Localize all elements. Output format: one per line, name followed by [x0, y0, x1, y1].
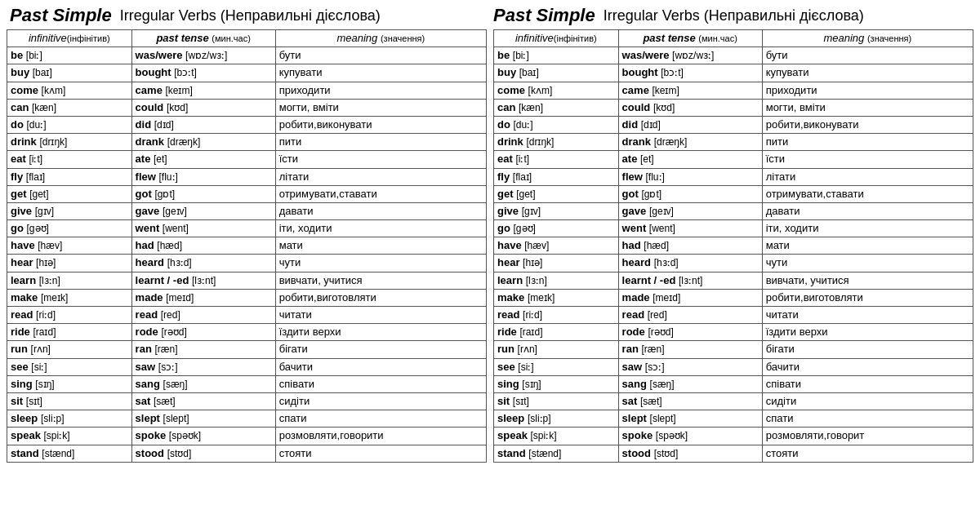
past-tense-cell: rode [rəʊd] — [618, 324, 762, 341]
past-tense-cell: heard [hɜːd] — [618, 255, 762, 272]
past-tense-cell: stood [stʊd] — [618, 445, 762, 462]
table-row: stand [stænd] stood [stʊd] стояти — [7, 445, 487, 462]
table-row: learn [lɜːn] learnt / -ed [lɜːnt] вивчат… — [494, 272, 973, 289]
infinitive-cell: run [rʌn] — [494, 341, 619, 358]
infinitive-cell: speak [spiːk] — [7, 428, 132, 445]
meaning-cell: бути — [762, 47, 973, 64]
infinitive-cell: get [get] — [7, 185, 132, 202]
past-tense-cell: made [meɪd] — [618, 289, 762, 306]
infinitive-cell: ride [raɪd] — [7, 324, 132, 341]
left-title-irregular-verbs: Irregular Verbs (Неправильні дієслова) — [120, 7, 381, 24]
meaning-cell: бігати — [762, 341, 973, 358]
meaning-cell: пити — [275, 134, 486, 151]
past-tense-cell: drank [dræŋk] — [618, 134, 762, 151]
table-row: drink [drɪŋk] drank [dræŋk] пити — [7, 134, 487, 151]
infinitive-cell: drink [drɪŋk] — [494, 134, 619, 151]
meaning-cell: купувати — [762, 64, 973, 82]
table-row: come [kʌm] came [keɪm] приходити — [7, 82, 487, 99]
meaning-cell: стояти — [275, 445, 486, 462]
right-table: infinitive(інфінітив) past tense (мин.ча… — [493, 29, 973, 463]
infinitive-cell: speak [spiːk] — [494, 428, 619, 445]
past-tense-cell: had [hæd] — [618, 237, 762, 255]
table-row: sing [sɪŋ] sang [sæŋ] співати — [7, 375, 487, 392]
past-tense-cell: did [dɪd] — [618, 116, 762, 133]
table-row: go [gəʊ] went [went] іти, ходити — [7, 220, 487, 237]
infinitive-cell: have [hæv] — [494, 237, 619, 255]
table-row: run [rʌn] ran [ræn] бігати — [494, 341, 973, 358]
past-tense-cell: ran [ræn] — [131, 341, 275, 358]
table-row: drink [drɪŋk] drank [dræŋk] пити — [494, 134, 973, 151]
infinitive-cell: eat [iːt] — [494, 151, 619, 168]
infinitive-cell: learn [lɜːn] — [494, 272, 619, 289]
table-row: get [get] got [gɒt] отримувати,ставати — [494, 185, 973, 202]
infinitive-cell: sleep [sliːp] — [494, 410, 619, 428]
infinitive-cell: fly [flaɪ] — [7, 168, 132, 185]
table-row: sit [sɪt] sat [sæt] сидіти — [7, 392, 487, 410]
table-row: get [get] got [gɒt] отримувати,ставати — [7, 185, 487, 202]
infinitive-cell: give [gɪv] — [494, 202, 619, 219]
past-tense-cell: came [keɪm] — [618, 82, 762, 99]
infinitive-cell: learn [lɜːn] — [7, 272, 132, 289]
meaning-cell: вивчати, учитися — [275, 272, 486, 289]
left-col-infinitive: infinitive(інфінітив) — [7, 30, 132, 47]
table-row: make [meɪk] made [meɪd] робити,виготовля… — [7, 289, 487, 306]
past-tense-cell: spoke [spəʊk] — [131, 428, 275, 445]
table-row: can [kæn] could [kʊd] могти, вміти — [7, 99, 487, 116]
infinitive-cell: make [meɪk] — [7, 289, 132, 306]
right-header: Past Simple Irregular Verbs (Неправильні… — [490, 5, 973, 26]
table-row: give [gɪv] gave [geɪv] давати — [7, 202, 487, 219]
table-row: come [kʌm] came [keɪm] приходити — [494, 82, 973, 99]
meaning-cell: сидіти — [275, 392, 486, 410]
table-row: fly [flaɪ] flew [fluː] літати — [7, 168, 487, 185]
right-table-header-row: infinitive(інфінітив) past tense (мин.ча… — [494, 30, 973, 47]
past-tense-cell: sat [sæt] — [618, 392, 762, 410]
table-row: eat [iːt] ate [et] їсти — [7, 151, 487, 168]
meaning-cell: робити,виготовляти — [275, 289, 486, 306]
meaning-cell: стояти — [762, 445, 973, 462]
table-row: see [siː] saw [sɔː] бачити — [7, 358, 487, 375]
meaning-cell: їздити верхи — [275, 324, 486, 341]
past-tense-cell: got [gɒt] — [618, 185, 762, 202]
infinitive-cell: see [siː] — [7, 358, 132, 375]
left-table: infinitive(інфінітив) past tense (мин.ча… — [7, 29, 487, 463]
past-tense-cell: learnt / -ed [lɜːnt] — [131, 272, 275, 289]
infinitive-cell: give [gɪv] — [7, 202, 132, 219]
right-title-past-simple: Past Simple — [493, 5, 595, 26]
table-row: do [duː] did [dɪd] робити,виконувати — [7, 116, 487, 133]
past-tense-cell: had [hæd] — [131, 237, 275, 255]
meaning-cell: робити,виконувати — [275, 116, 486, 133]
left-header: Past Simple Irregular Verbs (Неправильні… — [7, 5, 490, 26]
table-row: go [gəʊ] went [went] іти, ходити — [494, 220, 973, 237]
past-tense-cell: sat [sæt] — [131, 392, 275, 410]
table-row: make [meɪk] made [meɪd] робити,виготовля… — [494, 289, 973, 306]
infinitive-cell: buy [baɪ] — [7, 64, 132, 82]
meaning-cell: іти, ходити — [275, 220, 486, 237]
table-row: do [duː] did [dɪd] робити,виконувати — [494, 116, 973, 133]
left-table-header-row: infinitive(інфінітив) past tense (мин.ча… — [7, 30, 487, 47]
page: Past Simple Irregular Verbs (Неправильні… — [0, 0, 980, 467]
meaning-cell: бути — [275, 47, 486, 64]
past-tense-cell: did [dɪd] — [131, 116, 275, 133]
meaning-cell: бачити — [275, 358, 486, 375]
left-col-past: past tense (мин.час) — [131, 30, 275, 47]
meaning-cell: співати — [275, 375, 486, 392]
meaning-cell: сидіти — [762, 392, 973, 410]
past-tense-cell: stood [stʊd] — [131, 445, 275, 462]
table-row: run [rʌn] ran [ræn] бігати — [7, 341, 487, 358]
table-row: ride [raɪd] rode [rəʊd] їздити верхи — [7, 324, 487, 341]
past-tense-cell: read [red] — [131, 307, 275, 324]
meaning-cell: отримувати,ставати — [275, 185, 486, 202]
infinitive-cell: make [meɪk] — [494, 289, 619, 306]
meaning-cell: спати — [762, 410, 973, 428]
past-tense-cell: was/were [wɒz/wɜː] — [618, 47, 762, 64]
meaning-cell: читати — [762, 307, 973, 324]
past-tense-cell: ate [et] — [131, 151, 275, 168]
right-table-container: infinitive(інфінітив) past tense (мин.ча… — [493, 29, 973, 463]
meaning-cell: їздити верхи — [762, 324, 973, 341]
right-title-irregular-verbs: Irregular Verbs (Неправильні дієслова) — [604, 7, 864, 24]
past-tense-cell: gave [geɪv] — [618, 202, 762, 219]
infinitive-cell: do [duː] — [7, 116, 132, 133]
right-col-infinitive: infinitive(інфінітив) — [494, 30, 619, 47]
table-row: sit [sɪt] sat [sæt] сидіти — [494, 392, 973, 410]
meaning-cell: спати — [275, 410, 486, 428]
